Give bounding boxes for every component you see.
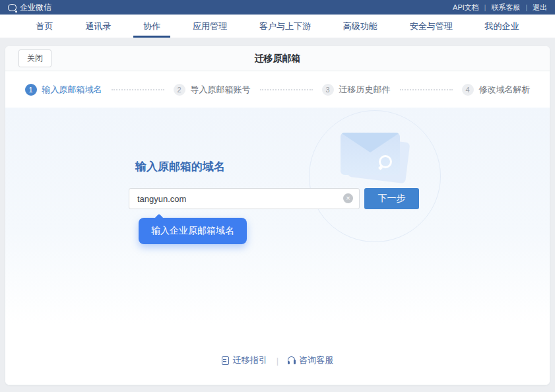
domain-input-wrap: × bbox=[129, 188, 360, 209]
form-heading: 输入原邮箱的域名 bbox=[135, 159, 225, 174]
nav-item-security[interactable]: 安全与管理 bbox=[406, 15, 457, 38]
domain-form-row: × 下一步 bbox=[129, 188, 419, 209]
topbar-separator: | bbox=[484, 4, 486, 11]
step-connector bbox=[400, 89, 453, 90]
wework-logo-ring-icon bbox=[379, 155, 392, 168]
app-logo-text: 企业微信 bbox=[20, 2, 51, 13]
step-4-circle: 4 bbox=[462, 84, 474, 96]
envelope-flap bbox=[341, 133, 400, 152]
nav-item-customers[interactable]: 客户与上下游 bbox=[255, 15, 315, 38]
step-connector bbox=[260, 89, 313, 90]
main-nav: 首页 通讯录 协作 应用管理 客户与上下游 高级功能 安全与管理 我的企业 bbox=[0, 15, 555, 38]
nav-item-home[interactable]: 首页 bbox=[32, 15, 57, 38]
close-button[interactable]: 关闭 bbox=[18, 49, 51, 67]
next-step-button[interactable]: 下一步 bbox=[364, 188, 419, 209]
nav-item-apps[interactable]: 应用管理 bbox=[189, 15, 231, 38]
step-2-circle: 2 bbox=[174, 84, 185, 96]
nav-item-advanced[interactable]: 高级功能 bbox=[339, 15, 381, 38]
step-1-label: 输入原邮箱域名 bbox=[42, 84, 102, 96]
step-2-label: 导入原邮箱账号 bbox=[191, 84, 251, 96]
nav-item-collaboration[interactable]: 协作 bbox=[139, 15, 164, 38]
envelope-back-icon bbox=[348, 136, 410, 183]
domain-input[interactable] bbox=[129, 188, 360, 209]
contact-support-label: 咨询客服 bbox=[299, 354, 333, 366]
clear-input-icon[interactable]: × bbox=[343, 193, 353, 203]
step-4-modify-dns: 4 修改域名解析 bbox=[462, 84, 531, 96]
panel-header: 关闭 迁移原邮箱 bbox=[5, 46, 550, 71]
logout-link[interactable]: 退出 bbox=[531, 3, 548, 13]
nav-item-contacts[interactable]: 通讯录 bbox=[81, 15, 115, 38]
topbar-separator: | bbox=[525, 4, 527, 11]
nav-item-my-company[interactable]: 我的企业 bbox=[481, 15, 523, 38]
envelope-icon bbox=[341, 133, 400, 175]
step-4-label: 修改域名解析 bbox=[479, 84, 531, 96]
step-1-circle: 1 bbox=[25, 84, 37, 96]
footer-separator: | bbox=[277, 356, 278, 366]
step-indicator: 1 输入原邮箱域名 2 导入原邮箱账号 3 迁移历史邮件 4 修改域名解析 bbox=[5, 71, 550, 108]
step-1-enter-domain: 1 输入原邮箱域名 bbox=[25, 84, 102, 96]
step-2-import-accounts: 2 导入原邮箱账号 bbox=[174, 84, 251, 96]
api-docs-link[interactable]: API文档 bbox=[451, 3, 480, 13]
step-3-label: 迁移历史邮件 bbox=[339, 84, 391, 96]
page-title: 迁移原邮箱 bbox=[255, 53, 301, 65]
topbar-links: API文档 | 联系客服 | 退出 bbox=[451, 3, 548, 13]
step-connector bbox=[112, 89, 164, 90]
wework-bubble-icon bbox=[8, 4, 16, 11]
step-3-circle: 3 bbox=[322, 84, 334, 96]
contact-support-footer-link[interactable]: 咨询客服 bbox=[288, 354, 333, 366]
domain-hint-tooltip: 输入企业原邮箱域名 bbox=[139, 218, 247, 244]
migration-panel: 关闭 迁移原邮箱 1 输入原邮箱域名 2 导入原邮箱账号 3 迁移历史邮件 4 … bbox=[5, 46, 550, 385]
migration-guide-label: 迁移指引 bbox=[233, 354, 267, 366]
migration-guide-link[interactable]: 迁移指引 bbox=[222, 354, 267, 366]
app-logo[interactable]: 企业微信 bbox=[8, 2, 51, 13]
illustration-halo-circle bbox=[309, 110, 441, 242]
footer-links: 迁移指引 | 咨询客服 bbox=[5, 354, 550, 366]
headset-icon bbox=[288, 356, 295, 363]
topbar: 企业微信 API文档 | 联系客服 | 退出 bbox=[0, 0, 555, 15]
content-area: 输入原邮箱的域名 × 下一步 输入企业原邮箱域名 迁移指引 | 咨询客服 bbox=[5, 108, 550, 385]
document-icon bbox=[222, 356, 229, 365]
contact-support-link[interactable]: 联系客服 bbox=[490, 3, 521, 13]
step-3-migrate-history: 3 迁移历史邮件 bbox=[322, 84, 391, 96]
